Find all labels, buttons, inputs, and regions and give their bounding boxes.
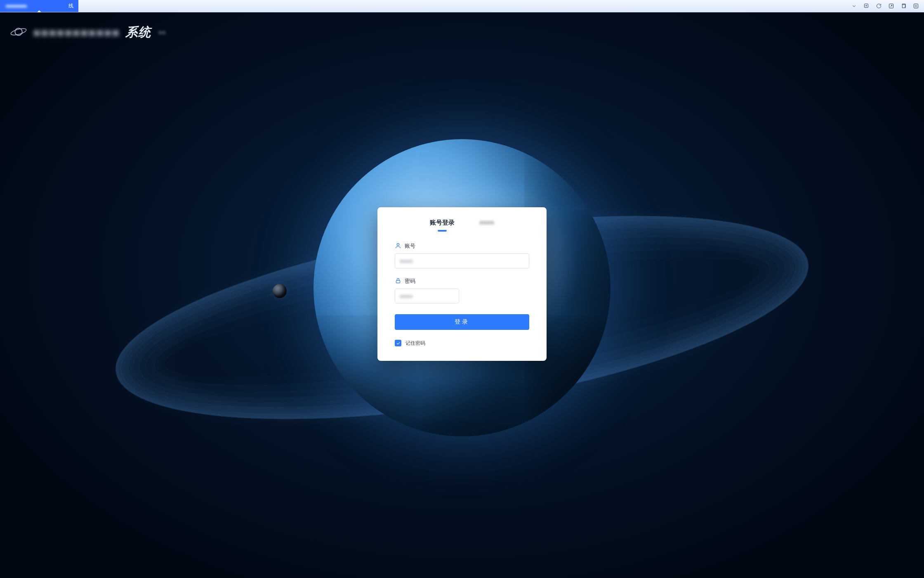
remember-checkbox[interactable] [395, 340, 401, 346]
tab-account-login[interactable]: 账号登录 [430, 219, 455, 232]
svg-rect-7 [396, 280, 400, 283]
page-background: ■■■■■■■■■■■ 系统 ■■ 账号登录 ■■■■ 账号 ■■■■ [0, 12, 924, 578]
close-icon[interactable] [910, 2, 922, 11]
brand-name-visible: 系统 [125, 24, 151, 41]
remember-row: 记住密码 [395, 340, 529, 347]
new-tab-icon[interactable] [860, 2, 872, 11]
popout-icon[interactable] [885, 2, 897, 11]
tab-title-suffix: 线 [68, 2, 73, 9]
tab-title-obscured: ■■■■■■■ [6, 3, 65, 9]
brand-name-obscured: ■■■■■■■■■■■ [33, 26, 120, 40]
account-label: 账号 [405, 242, 415, 250]
restore-icon[interactable] [898, 2, 909, 11]
dropdown-icon[interactable] [848, 2, 860, 11]
refresh-icon[interactable] [873, 2, 884, 11]
browser-tab-active[interactable]: ■■■■■■■ 线 [0, 0, 78, 12]
password-value-obscured: ■■■■ [400, 293, 412, 299]
password-field: 密码 ■■■■ [395, 277, 529, 303]
login-tabs: 账号登录 ■■■■ [395, 219, 529, 232]
user-icon [395, 242, 401, 250]
moon-illustration [273, 284, 287, 298]
window-titlebar: ■■■■■■■ 线 [0, 0, 924, 12]
brand-version-obscured: ■■ [158, 29, 166, 36]
account-value-obscured: ■■■■ [400, 258, 412, 264]
svg-point-6 [397, 243, 399, 245]
tab-alt-login[interactable]: ■■■■ [479, 219, 494, 232]
login-card: 账号登录 ■■■■ 账号 ■■■■ 密码 [377, 207, 547, 361]
password-label: 密码 [405, 277, 415, 285]
lock-icon [395, 277, 401, 285]
titlebar-actions [848, 0, 924, 12]
brand-logo-icon [10, 26, 27, 40]
account-input[interactable] [395, 253, 529, 268]
brand-header: ■■■■■■■■■■■ 系统 ■■ [10, 24, 166, 41]
login-button[interactable]: 登录 [395, 314, 529, 330]
account-field: 账号 ■■■■ [395, 242, 529, 268]
svg-point-5 [10, 27, 27, 36]
remember-label: 记住密码 [405, 340, 425, 347]
svg-rect-2 [902, 5, 905, 8]
